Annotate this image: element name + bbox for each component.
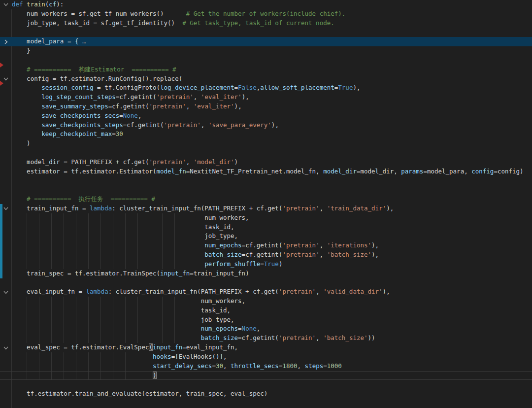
fold-chevron-down-icon[interactable] — [2, 0, 10, 9]
code-token: =[EvalHooks()], — [171, 353, 227, 360]
code-line[interactable]: task_id, — [0, 306, 532, 315]
git-deleted-marker[interactable] — [0, 81, 3, 86]
code-line[interactable]: save_checkpoints_steps=cf.getint('pretra… — [0, 121, 532, 130]
code-token: start_delay_secs — [153, 362, 212, 370]
code-line[interactable]: } — [0, 46, 532, 56]
code-line[interactable]: train_input_fn = lambda: cluster_train_i… — [0, 204, 532, 213]
code-token: model_para = { — [12, 37, 82, 45]
code-line[interactable] — [0, 185, 532, 195]
code-line[interactable]: model_dir = PATH_PREFIX + cf.get('pretra… — [0, 158, 532, 167]
code-token — [12, 121, 41, 129]
code-token: config = tf.estimator.RunConfig().replac… — [12, 75, 182, 82]
code-token: def — [12, 0, 23, 8]
code-line[interactable] — [0, 148, 532, 158]
code-token — [12, 241, 204, 249]
git-deleted-marker[interactable] — [0, 63, 3, 68]
code-token: 'save_para_every' — [208, 121, 271, 129]
fold-chevron-down-icon[interactable] — [2, 287, 10, 297]
code-token: 'pretrain' — [157, 93, 194, 101]
code-line[interactable]: config = tf.estimator.RunConfig().replac… — [0, 74, 532, 84]
code-token: 'eval_iter' — [201, 93, 242, 101]
code-token: batch_size — [201, 334, 238, 341]
code-token: =config) — [494, 168, 523, 175]
code-line[interactable]: log_step_count_steps=cf.getint('pretrain… — [0, 93, 532, 102]
code-token: num_workers, — [12, 214, 249, 221]
code-line[interactable]: model_para = { … — [0, 37, 532, 46]
code-token — [12, 112, 41, 119]
code-line[interactable]: num_workers, — [0, 213, 532, 223]
code-line[interactable]: train_spec = tf.estimator.TrainSpec(inpu… — [0, 269, 532, 278]
code-line[interactable]: eval_spec = tf.estimator.EvalSpec(input_… — [0, 343, 532, 352]
code-line[interactable]: ) — [0, 371, 532, 380]
code-line[interactable]: batch_size=cf.getint('pretrain', 'batch_… — [0, 250, 532, 260]
code-token: model_fn — [157, 168, 186, 175]
code-line[interactable]: start_delay_secs=30, throttle_secs=1800,… — [0, 362, 532, 371]
code-line[interactable]: job_type, — [0, 315, 532, 325]
code-line[interactable]: tf.estimator.train_and_evaluate(estimato… — [0, 389, 532, 399]
code-line[interactable] — [0, 399, 532, 408]
code-token: = tf.ConfigProto( — [94, 84, 160, 91]
code-line[interactable]: hooks=[EvalHooks()], — [0, 352, 532, 362]
code-token: num_epochs — [204, 241, 241, 249]
code-token: ), — [242, 93, 249, 101]
code-line[interactable] — [0, 28, 532, 37]
code-token: model_dir — [323, 168, 357, 175]
code-token — [12, 84, 41, 91]
code-token: =cf.getint( — [116, 93, 157, 101]
git-modified-marker[interactable] — [0, 204, 2, 278]
code-line[interactable]: task_id, — [0, 223, 532, 232]
code-token: None — [123, 112, 138, 119]
code-line[interactable] — [0, 56, 532, 65]
code-token: # ========== 执行任务 ========== # — [12, 195, 155, 203]
code-line[interactable]: # ========== 执行任务 ========== # — [0, 195, 532, 204]
code-line[interactable]: perform_shuffle=True) — [0, 260, 532, 269]
code-token: ) — [279, 260, 283, 268]
code-token: train_input_fn = — [12, 204, 90, 212]
code-token: estimator = tf.estimator.Estimator( — [12, 168, 157, 175]
code-line[interactable]: num_epochs=cf.getint('pretrain', 'iterat… — [0, 241, 532, 250]
code-line[interactable]: keep_checkpoint_max=30 — [0, 130, 532, 139]
code-line[interactable]: save_summary_steps=cf.getint('pretrain',… — [0, 102, 532, 111]
code-token — [12, 260, 204, 268]
code-token: , — [320, 251, 327, 258]
code-line[interactable]: estimator = tf.estimator.Estimator(model… — [0, 167, 532, 176]
code-line[interactable]: num_workers = sf.get_tf_num_workers() # … — [0, 9, 532, 19]
code-line[interactable]: batch_size=cf.getint('pretrain', 'batch_… — [0, 334, 532, 343]
code-token: num_workers, — [12, 297, 245, 305]
code-token: input_fn — [160, 270, 190, 277]
code-token: , — [298, 362, 305, 370]
code-line[interactable]: num_workers, — [0, 297, 532, 306]
code-token: 'pretrain' — [149, 158, 186, 166]
code-line[interactable]: eval_input_fn = lambda: cluster_train_in… — [0, 287, 532, 297]
fold-chevron-down-icon[interactable] — [2, 343, 10, 352]
code-token: , — [194, 93, 201, 101]
code-token: perform_shuffle — [204, 260, 260, 268]
code-token: 1800 — [282, 362, 297, 370]
code-line[interactable]: job_type, — [0, 232, 532, 241]
code-token: # Get task_type, task_id of current node… — [182, 19, 334, 27]
code-token: ), — [234, 102, 242, 110]
code-line[interactable]: num_epochs=None, — [0, 324, 532, 334]
code-line[interactable]: # ========== 构建Estimator ========== # — [0, 65, 532, 74]
code-token — [12, 93, 41, 101]
code-token: session_config — [41, 84, 93, 91]
code-token: 'pretrain' — [279, 288, 316, 295]
code-line[interactable]: def train(cf): — [0, 0, 532, 9]
code-token: log_step_count_steps — [41, 93, 116, 101]
code-token: 'eval_iter' — [194, 102, 234, 110]
code-line[interactable]: job_type, task_id = sf.get_tf_identity()… — [0, 19, 532, 28]
code-token: save_checkpoints_secs — [41, 112, 119, 119]
code-line[interactable] — [0, 380, 532, 389]
code-line[interactable]: session_config = tf.ConfigProto(log_devi… — [0, 83, 532, 93]
fold-chevron-down-icon[interactable] — [2, 204, 10, 213]
code-token: 'iterations' — [327, 241, 371, 249]
code-token: 1000 — [327, 362, 342, 370]
code-line[interactable] — [0, 176, 532, 185]
code-line[interactable]: ) — [0, 139, 532, 148]
code-token: job_type, — [12, 316, 234, 323]
code-line[interactable]: save_checkpoints_secs=None, — [0, 111, 532, 121]
code-token: } — [12, 47, 31, 54]
code-line[interactable] — [0, 278, 532, 287]
code-editor: def train(cf): num_workers = sf.get_tf_n… — [0, 0, 532, 408]
fold-collapsed-chevron-right-icon[interactable] — [2, 37, 10, 46]
